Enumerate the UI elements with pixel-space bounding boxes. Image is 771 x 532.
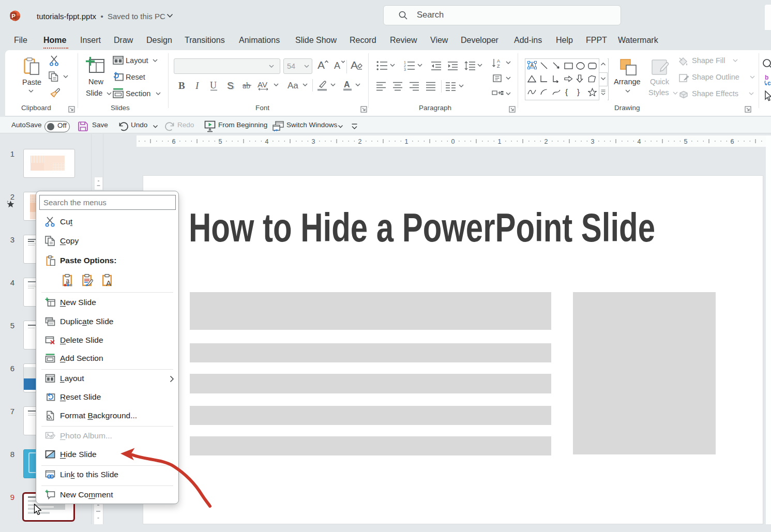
svg-text:5: 5 — [219, 138, 222, 145]
svg-text:A: A — [531, 63, 534, 68]
svg-text:2: 2 — [358, 138, 362, 145]
svg-text:A: A — [497, 58, 500, 64]
svg-text:AV: AV — [258, 80, 267, 89]
svg-text:A: A — [344, 80, 350, 89]
svg-text:6: 6 — [172, 138, 176, 145]
svg-text:2: 2 — [404, 64, 406, 68]
svg-text:P: P — [11, 13, 16, 19]
svg-text:4: 4 — [638, 138, 641, 145]
svg-text:Aa: Aa — [288, 81, 298, 90]
svg-text:}: } — [577, 87, 580, 96]
svg-text:A: A — [318, 59, 325, 70]
svg-text:S: S — [227, 80, 234, 90]
svg-text:Z: Z — [497, 64, 500, 68]
svg-text:3: 3 — [404, 68, 406, 71]
svg-text:A: A — [106, 279, 111, 287]
svg-text:U: U — [210, 80, 217, 90]
svg-text:1: 1 — [498, 138, 502, 145]
svg-text:3: 3 — [591, 138, 595, 145]
svg-text:A: A — [351, 59, 358, 70]
svg-text:c: c — [767, 80, 771, 87]
svg-text:0: 0 — [451, 138, 455, 145]
svg-text:1: 1 — [404, 60, 406, 64]
svg-text:1: 1 — [405, 138, 409, 145]
svg-text:{: { — [565, 87, 568, 96]
svg-text:2: 2 — [545, 138, 548, 145]
svg-text:I: I — [195, 80, 200, 90]
svg-text:B: B — [178, 80, 185, 90]
svg-text:6: 6 — [731, 138, 734, 145]
svg-text:5: 5 — [684, 138, 688, 145]
svg-text:4: 4 — [265, 138, 269, 145]
svg-text:3: 3 — [312, 138, 315, 145]
svg-text:A: A — [334, 60, 340, 70]
